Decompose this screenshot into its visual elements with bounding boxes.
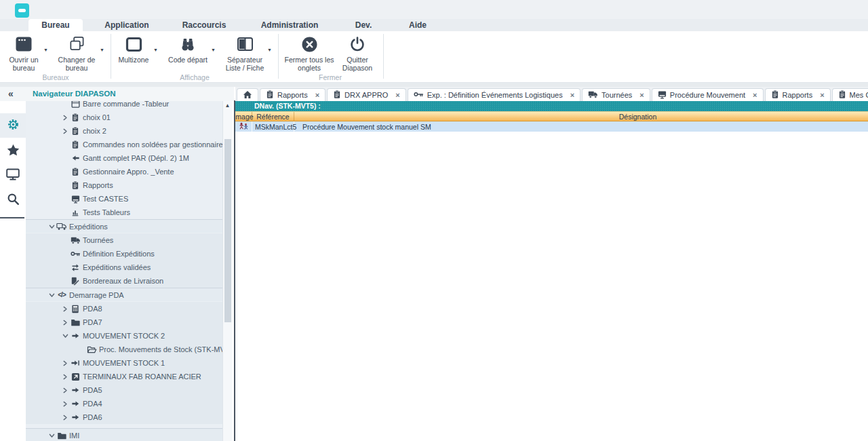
tree-item[interactable]: Expéditions: [26, 219, 222, 233]
tab-rapports-1[interactable]: Rapports×: [260, 88, 326, 101]
menu-aide[interactable]: Aide: [406, 19, 429, 31]
tab-rapports-2[interactable]: Rapports×: [765, 88, 831, 101]
close-tab-icon[interactable]: ×: [315, 91, 319, 99]
column-header-reference[interactable]: Référence: [252, 112, 294, 121]
close-tab-icon[interactable]: ×: [820, 91, 824, 99]
tab-label: Exp. : Définition Événements Logistiques: [427, 91, 563, 99]
dropdown-arrow-icon[interactable]: ▼: [100, 47, 104, 52]
scroll-up-arrow-icon[interactable]: ▲: [223, 102, 232, 109]
collapse-sidebar-icon[interactable]: «: [8, 87, 14, 100]
tree-item[interactable]: PDA6: [26, 410, 222, 424]
menu-application[interactable]: Application: [101, 19, 153, 31]
arrow-right-icon: [69, 400, 81, 408]
tree-item[interactable]: Définition Expéditions: [26, 247, 222, 261]
tree-item[interactable]: Commandes non soldées par gestionnaire: [26, 138, 222, 151]
menu-bureau[interactable]: Bureau: [28, 19, 83, 32]
tree-item[interactable]: MOUVEMENT STOCK 1: [26, 356, 222, 370]
dropdown-arrow-icon[interactable]: ▼: [153, 47, 158, 52]
close-all-tabs-button[interactable]: Fermer tous les onglets: [282, 34, 336, 73]
tab-tournees[interactable]: Tournées×: [582, 88, 650, 101]
tree-item[interactable]: choix 2: [26, 124, 222, 138]
dropdown-arrow-icon[interactable]: ▼: [267, 47, 272, 52]
separator-list-form-button[interactable]: Séparateur Liste / Fiche: [220, 34, 270, 73]
chevron-right-icon[interactable]: [61, 306, 69, 312]
tab-procedure-mouvement[interactable]: Procédure Mouvement×: [652, 88, 764, 101]
menu-dev[interactable]: Dev.: [353, 19, 374, 31]
tree-item[interactable]: Tests Tableurs: [26, 206, 222, 219]
tree-item-label: PDA5: [83, 386, 102, 394]
rail-divider: [0, 217, 24, 218]
close-tab-icon[interactable]: ×: [753, 91, 757, 99]
tab-exp-definition-evenements[interactable]: Exp. : Définition Événements Logistiques…: [408, 88, 580, 101]
menu-administration[interactable]: Administration: [258, 19, 321, 31]
close-tab-icon[interactable]: ×: [639, 91, 644, 99]
rail-favorites-button[interactable]: [0, 139, 26, 164]
tree-item[interactable]: TERMINAUX FAB ROANNE ACIER: [26, 370, 222, 383]
tree-item[interactable]: Test CASTES: [26, 192, 222, 206]
clipboard-icon: [69, 126, 81, 136]
code-depart-button[interactable]: Code départ: [164, 34, 212, 64]
rail-settings-button[interactable]: [0, 113, 26, 138]
tree-item[interactable]: Proc. Mouvements de Stock (STK-MVT5): [26, 343, 222, 356]
tree-scrollbar[interactable]: ▲: [222, 101, 232, 441]
table-header-row: Image Référence Désignation: [235, 111, 868, 121]
tree-item-label: MOUVEMENT STOCK 2: [83, 332, 165, 340]
figures-icon: [239, 122, 248, 132]
folder-open-icon: [85, 345, 98, 353]
close-tab-icon[interactable]: ×: [395, 91, 399, 99]
open-desktop-button[interactable]: Ouvrir un bureau: [3, 34, 45, 73]
dropdown-arrow-icon[interactable]: ▼: [211, 47, 216, 52]
multizone-label: Multizone: [119, 56, 149, 64]
row-image-cell: [235, 121, 252, 132]
chevron-down-icon[interactable]: [61, 333, 69, 339]
chevron-down-icon[interactable]: [47, 292, 56, 298]
tree-item[interactable]: Tournées: [26, 233, 222, 247]
tab-mes-commandes[interactable]: Mes Commandes Non S: [832, 88, 868, 101]
chevron-down-icon[interactable]: [47, 433, 56, 438]
clipboard-icon: [333, 90, 341, 100]
sidebar-header: « Navigateur DIAPASON: [0, 87, 234, 101]
tree-item[interactable]: MOUVEMENT STOCK 2: [26, 329, 222, 343]
chevron-right-icon[interactable]: [61, 387, 69, 394]
column-header-image[interactable]: Image: [235, 112, 252, 121]
scrollbar-thumb[interactable]: [224, 139, 231, 322]
chevron-right-icon[interactable]: [61, 115, 69, 121]
multizone-button[interactable]: Multizone: [114, 34, 153, 64]
rail-screens-button[interactable]: [0, 164, 26, 188]
tree-item[interactable]: PDA7: [26, 315, 222, 329]
tree-item[interactable]: Expéditions validées: [26, 261, 222, 274]
tree-item-label: IMI: [69, 432, 79, 440]
change-desktop-button[interactable]: Changer de bureau: [52, 34, 102, 73]
chevron-right-icon[interactable]: [61, 415, 69, 421]
close-tab-icon[interactable]: ×: [570, 91, 574, 99]
table-row[interactable]: MSkManLct5 Procédure Mouvement stock man…: [235, 121, 868, 132]
chevron-right-icon[interactable]: [61, 320, 69, 326]
tree-item[interactable]: Barre commande -Tableur: [26, 101, 222, 111]
chevron-right-icon[interactable]: [61, 401, 69, 407]
chevron-right-icon[interactable]: [61, 360, 69, 366]
quit-diapason-button[interactable]: Quitter Diapason: [338, 34, 377, 73]
tree-item[interactable]: PDA4: [26, 397, 222, 410]
tree-item[interactable]: Bordereaux de Livraison: [26, 274, 222, 288]
chevron-right-icon[interactable]: [61, 128, 69, 134]
tree-item[interactable]: IMI: [26, 428, 222, 441]
group-label-bureaux: Bureaux: [28, 73, 83, 81]
chevron-down-icon[interactable]: [47, 224, 56, 229]
tree-item[interactable]: Gestionnaire Appro. _Vente: [26, 165, 222, 178]
tree-item[interactable]: Rapports: [26, 178, 222, 192]
tab-home[interactable]: [237, 88, 258, 101]
tree-item[interactable]: choix 01: [26, 111, 222, 124]
rail-search-button[interactable]: [0, 188, 26, 212]
tree-item-label: Tournées: [83, 236, 113, 244]
tree-item[interactable]: Gantt complet PAR (Dépl. 2) 1M: [26, 151, 222, 165]
column-header-designation[interactable]: Désignation: [294, 112, 868, 121]
tab-label: Mes Commandes Non S: [850, 91, 868, 99]
tree-item[interactable]: PDA5: [26, 383, 222, 397]
chevron-right-icon[interactable]: [61, 374, 69, 380]
tree-item[interactable]: PDA8: [26, 302, 222, 315]
tab-drx-appro[interactable]: DRX APPRO×: [327, 88, 406, 101]
dropdown-arrow-icon[interactable]: ▼: [43, 47, 48, 52]
tree-item[interactable]: </>Demarrage PDA: [26, 288, 222, 301]
clipboard-icon: [266, 90, 274, 100]
menu-raccourcis[interactable]: Raccourcis: [180, 19, 228, 31]
